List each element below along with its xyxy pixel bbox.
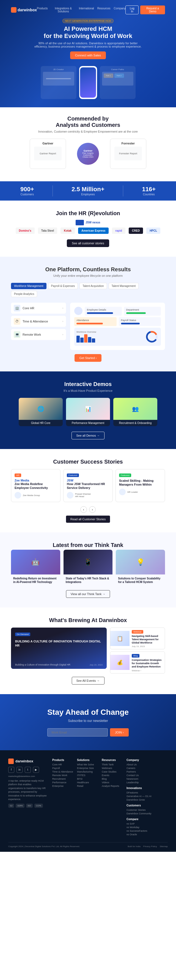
- social-linkedin[interactable]: in: [16, 767, 22, 773]
- footer-product-enterprise[interactable]: Enterprise: [52, 785, 74, 788]
- footer-sol-5[interactable]: Healthcare: [77, 781, 99, 784]
- footer-sol-4[interactable]: BFSI: [77, 778, 99, 780]
- see-all-customers-button[interactable]: See all customer stories: [67, 239, 109, 247]
- footer-res-4[interactable]: Blog: [102, 778, 124, 780]
- try-demo-button[interactable]: Get Started ›: [75, 354, 102, 362]
- stay-email-input[interactable]: [47, 728, 108, 737]
- footer-sol-3[interactable]: IT/ITES: [77, 774, 99, 777]
- demo-recruitment[interactable]: 👥 Recruitment & Onboarding: [113, 398, 157, 426]
- brewing-main-card[interactable]: On Demand BUILDING A CULTURE OF INNOVATI…: [11, 628, 107, 669]
- brewing-small-card-1[interactable]: 📋 Webinar Navigating Skill-based Talent …: [110, 628, 165, 649]
- footer-link-india[interactable]: Built for India: [128, 845, 141, 848]
- footer-co-0[interactable]: About Us: [127, 763, 152, 766]
- join-button[interactable]: JOIN ›: [110, 728, 129, 737]
- footer-res-5[interactable]: Videos: [102, 781, 124, 784]
- footer-logo: darwinbox: [8, 759, 47, 764]
- read-all-stories-button[interactable]: Read all Customer Stories: [66, 515, 110, 523]
- footer-cust-1[interactable]: Darwinbox Community: [127, 812, 152, 815]
- login-button[interactable]: Log In: [125, 5, 139, 14]
- nav-links: Products Integrations & Solutions Intern…: [37, 7, 125, 13]
- article-card-2[interactable]: 📱 State of Today's HR Tech Stack & Integ…: [63, 550, 113, 586]
- footer-co-2[interactable]: Partners: [127, 770, 152, 773]
- hero-title: AI Powered HCM for the Evolving World of…: [11, 25, 165, 40]
- demo-global-hr[interactable]: 🌐 Global HR Core: [19, 398, 63, 426]
- analyst-logos: Gartner Gartner Report Gartner Peer Insi…: [11, 138, 165, 169]
- footer-bottom-links: Built for India Privacy Policy Sitemap: [128, 845, 168, 848]
- social-youtube[interactable]: ▶: [33, 767, 39, 773]
- footer-link-sitemap[interactable]: Sitemap: [160, 845, 168, 848]
- demo-performance[interactable]: 📊 Performance Management: [66, 398, 110, 426]
- think-tank-section: Latest from our Think Tank 🤖 Redefining …: [0, 532, 176, 608]
- success-card-zee: HR Zee Media Zee Media Redefine Employee…: [11, 469, 60, 503]
- carousel-next[interactable]: ›: [89, 506, 96, 513]
- see-events-button[interactable]: See All Events →: [72, 677, 105, 684]
- footer-col-products: Products Core HR Payroll Time & Attendan…: [52, 759, 74, 837]
- footer-co-3[interactable]: Contact Us: [127, 774, 152, 777]
- footer-res-1[interactable]: Webinars: [102, 767, 124, 770]
- brewing-main: On Demand BUILDING A CULTURE OF INNOVATI…: [11, 628, 107, 673]
- footer-co-4[interactable]: Newsroom: [127, 778, 152, 780]
- footer-product-performance[interactable]: Performance: [52, 781, 74, 784]
- tab-workforce[interactable]: Workforce Management: [11, 283, 46, 289]
- footer-product-core[interactable]: Core HR: [52, 763, 74, 766]
- feature-core-hr[interactable]: 🏢 Core HR ›: [11, 303, 66, 313]
- footer-comp-3[interactable]: vs Oracle: [127, 833, 152, 836]
- footer-sol-2[interactable]: Manufacturing: [77, 770, 99, 773]
- request-demo-button[interactable]: Request a Demo: [140, 5, 165, 14]
- footer-product-payroll[interactable]: Payroll: [52, 767, 74, 770]
- logo-dominos: Domino's: [16, 228, 35, 234]
- stay-ahead-form: JOIN ›: [11, 728, 165, 737]
- footer-product-time[interactable]: Time & Attendance: [52, 770, 74, 773]
- footer-sol-1[interactable]: Enterprise Size: [77, 767, 99, 770]
- footer-res-3[interactable]: Events: [102, 774, 124, 777]
- article-card-1[interactable]: 🤖 Redefining Return on Investment in AI-…: [11, 550, 60, 586]
- article-card-3[interactable]: 💡 Solutions to Conquer Scalability for a…: [116, 550, 165, 586]
- hero-cta-button[interactable]: Connect with Sales: [70, 51, 106, 59]
- footer-inn-1[interactable]: Generative AI — D1 AI: [127, 795, 152, 798]
- nav-products[interactable]: Products: [37, 7, 48, 13]
- view-more-articles-button[interactable]: View all our Think Tank →: [66, 590, 110, 598]
- join-hr-title: Join the HR (R)evolution: [11, 210, 165, 216]
- footer-sol-6[interactable]: Retail: [77, 785, 99, 788]
- nav-company[interactable]: Company: [114, 7, 126, 13]
- footer-res-6[interactable]: Analyst Reports: [102, 785, 124, 788]
- footer-comp-1[interactable]: vs Workday: [127, 826, 152, 829]
- carousel-prev[interactable]: ‹: [80, 506, 87, 513]
- jd-creator-card: JD Creator: [41, 66, 76, 99]
- tab-talent-acq[interactable]: Talent Acquisition: [79, 283, 107, 289]
- tab-talent-mgmt[interactable]: Talent Management: [109, 283, 139, 289]
- footer-comp-0[interactable]: vs SAP: [127, 822, 152, 825]
- footer-co-5[interactable]: Leadership: [127, 781, 152, 784]
- tab-people-analytics[interactable]: People Analytics: [11, 291, 37, 297]
- feature-remote-work[interactable]: 💻 Remote Work ›: [11, 329, 66, 340]
- stat-countries: 116+ Countries: [142, 186, 155, 196]
- tab-payroll[interactable]: Payroll & Expenses: [48, 283, 78, 289]
- nav-logo[interactable]: darwinbox: [11, 7, 37, 13]
- time-icon: ⏱: [14, 318, 21, 325]
- brewing-small-card-2[interactable]: 💰 Blog Compensation Strategies for Susta…: [110, 652, 165, 673]
- article-img-2: 📱: [63, 550, 113, 574]
- see-all-demos-button[interactable]: See all Demos →: [71, 432, 105, 439]
- social-facebook[interactable]: f: [8, 767, 14, 773]
- stay-ahead-subtitle: Subscribe to our newsletter: [11, 719, 165, 723]
- hero-subtitle: 90% of all the use of our AI solutions. …: [33, 41, 143, 48]
- footer-link-privacy[interactable]: Privacy Policy: [143, 845, 157, 848]
- platform-title: One Platform, Countless Results: [11, 266, 165, 273]
- footer-co-1[interactable]: Careers: [127, 767, 152, 770]
- nav-international[interactable]: International: [79, 7, 94, 13]
- footer-sol-0[interactable]: What We Solve: [77, 763, 99, 766]
- feature-time-attendance[interactable]: ⏱ Time & Attendance ›: [11, 316, 66, 327]
- nav-resources[interactable]: Resources: [97, 7, 111, 13]
- footer-product-recruitment[interactable]: Recruitment: [52, 778, 74, 780]
- nav-buttons: Log In Request a Demo: [125, 5, 165, 14]
- footer-product-remote[interactable]: Remote Work: [52, 774, 74, 777]
- nav-integrations[interactable]: Integrations & Solutions: [51, 7, 75, 13]
- footer-inn-0[interactable]: DFeatures: [127, 791, 152, 794]
- logo-icon: [11, 7, 16, 13]
- footer-inn-2[interactable]: Darwinbox Grow: [127, 799, 152, 801]
- footer-comp-2[interactable]: vs SuccessFactors: [127, 829, 152, 832]
- footer-res-0[interactable]: Think Tank: [102, 763, 124, 766]
- social-twitter[interactable]: t: [25, 767, 31, 773]
- footer-cust-0[interactable]: Customer Stories: [127, 808, 152, 811]
- footer-res-2[interactable]: Case Studies: [102, 770, 124, 773]
